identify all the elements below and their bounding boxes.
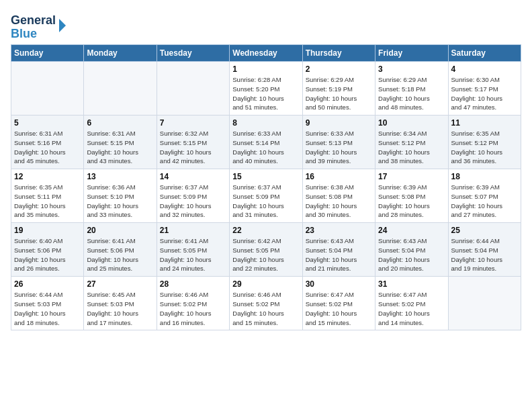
day-info: Sunrise: 6:37 AMSunset: 5:09 PMDaylight:… xyxy=(160,183,226,220)
calendar-cell: 18Sunrise: 6:39 AMSunset: 5:07 PMDayligh… xyxy=(448,169,521,223)
logo-svg: GeneralBlue xyxy=(11,11,78,40)
day-info: Sunrise: 6:42 AMSunset: 5:05 PMDaylight:… xyxy=(232,236,299,273)
calendar-cell: 13Sunrise: 6:36 AMSunset: 5:10 PMDayligh… xyxy=(84,169,157,223)
calendar-cell: 25Sunrise: 6:44 AMSunset: 5:04 PMDayligh… xyxy=(448,223,521,277)
calendar-cell: 20Sunrise: 6:41 AMSunset: 5:06 PMDayligh… xyxy=(84,223,157,277)
calendar-cell: 24Sunrise: 6:43 AMSunset: 5:04 PMDayligh… xyxy=(375,223,448,277)
calendar-cell: 22Sunrise: 6:42 AMSunset: 5:05 PMDayligh… xyxy=(230,223,302,277)
day-info: Sunrise: 6:29 AMSunset: 5:19 PMDaylight:… xyxy=(306,75,372,112)
day-info: Sunrise: 6:30 AMSunset: 5:17 PMDaylight:… xyxy=(451,75,518,112)
calendar-cell: 3Sunrise: 6:29 AMSunset: 5:18 PMDaylight… xyxy=(375,62,448,116)
weekday-header: Friday xyxy=(375,45,448,62)
day-info: Sunrise: 6:46 AMSunset: 5:02 PMDaylight:… xyxy=(160,290,226,327)
calendar-cell: 31Sunrise: 6:47 AMSunset: 5:02 PMDayligh… xyxy=(375,277,448,330)
day-info: Sunrise: 6:31 AMSunset: 5:16 PMDaylight:… xyxy=(14,129,81,166)
day-number: 14 xyxy=(160,172,226,181)
day-number: 12 xyxy=(14,172,81,181)
day-number: 7 xyxy=(160,118,226,128)
weekday-header: Wednesday xyxy=(230,45,302,62)
page-container: GeneralBlue SundayMondayTuesdayWednesday… xyxy=(0,0,532,337)
calendar-cell: 29Sunrise: 6:46 AMSunset: 5:02 PMDayligh… xyxy=(230,277,302,330)
calendar-cell: 9Sunrise: 6:33 AMSunset: 5:13 PMDaylight… xyxy=(302,116,375,169)
day-number: 25 xyxy=(451,226,518,235)
day-number: 18 xyxy=(451,172,518,181)
day-number: 1 xyxy=(232,64,299,74)
calendar-week-row: 12Sunrise: 6:35 AMSunset: 5:11 PMDayligh… xyxy=(11,169,521,223)
calendar-cell: 14Sunrise: 6:37 AMSunset: 5:09 PMDayligh… xyxy=(157,169,229,223)
day-info: Sunrise: 6:29 AMSunset: 5:18 PMDaylight:… xyxy=(378,75,445,112)
day-info: Sunrise: 6:43 AMSunset: 5:04 PMDaylight:… xyxy=(306,236,372,273)
day-number: 20 xyxy=(87,226,153,235)
calendar-cell: 8Sunrise: 6:33 AMSunset: 5:14 PMDaylight… xyxy=(230,116,302,169)
calendar-cell xyxy=(11,62,84,116)
day-number: 30 xyxy=(306,279,372,289)
calendar-cell: 26Sunrise: 6:44 AMSunset: 5:03 PMDayligh… xyxy=(11,277,84,330)
day-number: 3 xyxy=(378,64,445,74)
day-info: Sunrise: 6:33 AMSunset: 5:14 PMDaylight:… xyxy=(232,129,299,166)
day-number: 23 xyxy=(306,226,372,235)
day-info: Sunrise: 6:33 AMSunset: 5:13 PMDaylight:… xyxy=(306,129,372,166)
calendar-cell: 12Sunrise: 6:35 AMSunset: 5:11 PMDayligh… xyxy=(11,169,84,223)
day-info: Sunrise: 6:28 AMSunset: 5:20 PMDaylight:… xyxy=(232,75,299,112)
day-number: 21 xyxy=(160,226,226,235)
calendar-cell: 17Sunrise: 6:39 AMSunset: 5:08 PMDayligh… xyxy=(375,169,448,223)
day-info: Sunrise: 6:44 AMSunset: 5:03 PMDaylight:… xyxy=(14,290,81,327)
weekday-header-row: SundayMondayTuesdayWednesdayThursdayFrid… xyxy=(11,45,521,62)
day-info: Sunrise: 6:39 AMSunset: 5:08 PMDaylight:… xyxy=(378,183,445,220)
day-number: 10 xyxy=(378,118,445,128)
day-number: 9 xyxy=(306,118,372,128)
weekday-header: Sunday xyxy=(11,45,84,62)
day-info: Sunrise: 6:46 AMSunset: 5:02 PMDaylight:… xyxy=(232,290,299,327)
calendar-cell: 21Sunrise: 6:41 AMSunset: 5:05 PMDayligh… xyxy=(157,223,229,277)
day-number: 31 xyxy=(378,279,445,289)
weekday-header: Thursday xyxy=(302,45,375,62)
svg-text:General: General xyxy=(11,13,56,27)
calendar-cell xyxy=(448,277,521,330)
calendar-week-row: 26Sunrise: 6:44 AMSunset: 5:03 PMDayligh… xyxy=(11,277,521,330)
calendar-cell: 15Sunrise: 6:37 AMSunset: 5:09 PMDayligh… xyxy=(230,169,302,223)
calendar-week-row: 5Sunrise: 6:31 AMSunset: 5:16 PMDaylight… xyxy=(11,116,521,169)
day-info: Sunrise: 6:40 AMSunset: 5:06 PMDaylight:… xyxy=(14,236,81,273)
weekday-header: Tuesday xyxy=(157,45,229,62)
day-info: Sunrise: 6:44 AMSunset: 5:04 PMDaylight:… xyxy=(451,236,518,273)
weekday-header: Saturday xyxy=(448,45,521,62)
day-number: 6 xyxy=(87,118,153,128)
day-info: Sunrise: 6:47 AMSunset: 5:02 PMDaylight:… xyxy=(378,290,445,327)
header: GeneralBlue xyxy=(11,11,521,40)
day-info: Sunrise: 6:41 AMSunset: 5:05 PMDaylight:… xyxy=(160,236,226,273)
calendar-cell: 6Sunrise: 6:31 AMSunset: 5:15 PMDaylight… xyxy=(84,116,157,169)
day-info: Sunrise: 6:39 AMSunset: 5:07 PMDaylight:… xyxy=(451,183,518,220)
day-number: 29 xyxy=(232,279,299,289)
day-number: 11 xyxy=(451,118,518,128)
day-info: Sunrise: 6:32 AMSunset: 5:15 PMDaylight:… xyxy=(160,129,226,166)
day-number: 28 xyxy=(160,279,226,289)
day-number: 19 xyxy=(14,226,81,235)
day-number: 16 xyxy=(306,172,372,181)
calendar-cell: 1Sunrise: 6:28 AMSunset: 5:20 PMDaylight… xyxy=(230,62,302,116)
calendar-week-row: 19Sunrise: 6:40 AMSunset: 5:06 PMDayligh… xyxy=(11,223,521,277)
day-number: 17 xyxy=(378,172,445,181)
day-number: 26 xyxy=(14,279,81,289)
day-info: Sunrise: 6:41 AMSunset: 5:06 PMDaylight:… xyxy=(87,236,153,273)
day-info: Sunrise: 6:34 AMSunset: 5:12 PMDaylight:… xyxy=(378,129,445,166)
calendar-cell xyxy=(157,62,229,116)
day-info: Sunrise: 6:38 AMSunset: 5:08 PMDaylight:… xyxy=(306,183,372,220)
day-number: 13 xyxy=(87,172,153,181)
day-number: 24 xyxy=(378,226,445,235)
calendar-cell: 4Sunrise: 6:30 AMSunset: 5:17 PMDaylight… xyxy=(448,62,521,116)
calendar-cell: 30Sunrise: 6:47 AMSunset: 5:02 PMDayligh… xyxy=(302,277,375,330)
day-info: Sunrise: 6:35 AMSunset: 5:12 PMDaylight:… xyxy=(451,129,518,166)
calendar-cell: 23Sunrise: 6:43 AMSunset: 5:04 PMDayligh… xyxy=(302,223,375,277)
calendar-cell: 16Sunrise: 6:38 AMSunset: 5:08 PMDayligh… xyxy=(302,169,375,223)
svg-marker-2 xyxy=(59,19,66,32)
calendar-week-row: 1Sunrise: 6:28 AMSunset: 5:20 PMDaylight… xyxy=(11,62,521,116)
day-info: Sunrise: 6:37 AMSunset: 5:09 PMDaylight:… xyxy=(232,183,299,220)
calendar-cell: 11Sunrise: 6:35 AMSunset: 5:12 PMDayligh… xyxy=(448,116,521,169)
day-number: 5 xyxy=(14,118,81,128)
logo: GeneralBlue xyxy=(11,11,78,40)
day-number: 22 xyxy=(232,226,299,235)
day-number: 27 xyxy=(87,279,153,289)
calendar-cell: 27Sunrise: 6:45 AMSunset: 5:03 PMDayligh… xyxy=(84,277,157,330)
day-number: 8 xyxy=(232,118,299,128)
svg-text:Blue: Blue xyxy=(11,27,37,40)
